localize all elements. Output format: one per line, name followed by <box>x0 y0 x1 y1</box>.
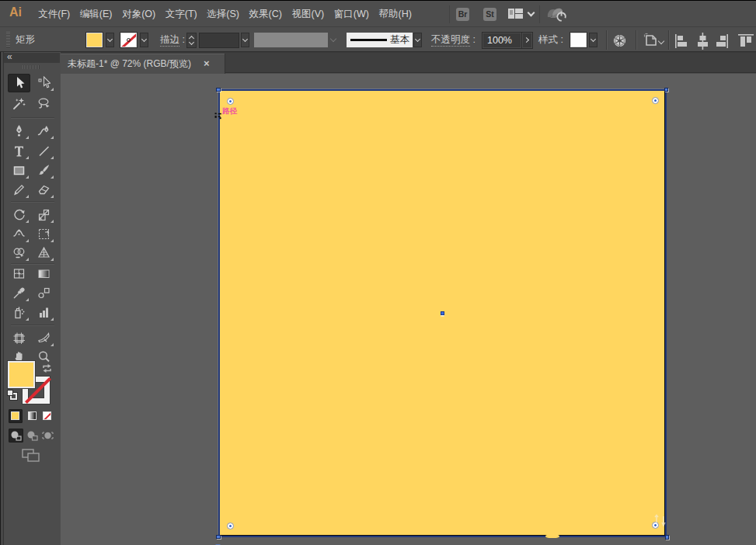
canvas[interactable]: 路径 <box>61 74 756 545</box>
pencil-tool[interactable] <box>8 181 30 200</box>
fill-proxy[interactable] <box>8 361 35 388</box>
document-tab[interactable]: 未标题-1* @ 72% (RGB/预览) × <box>61 54 225 74</box>
context-label: 矩形 <box>16 27 35 52</box>
curvature-tool-icon <box>37 124 51 137</box>
creative-cloud-sync-icon[interactable] <box>546 6 567 23</box>
fill-color-swatch[interactable] <box>86 33 103 47</box>
blend-tool-icon <box>37 286 51 300</box>
eyedropper-tool[interactable] <box>8 284 30 303</box>
align-horizontal-center-icon[interactable] <box>695 33 710 50</box>
graphic-style-swatch[interactable] <box>570 33 587 47</box>
flyout-indicator-icon <box>51 175 54 179</box>
recolor-artwork-icon[interactable] <box>613 34 626 47</box>
graphic-style-chevron-icon[interactable] <box>589 33 597 47</box>
flyout-indicator-icon <box>51 258 54 261</box>
magic-wand-tool[interactable] <box>8 95 30 113</box>
draw-inside-button[interactable] <box>40 429 55 443</box>
live-corner-widget-bl[interactable] <box>227 522 234 529</box>
anchor-handle-br[interactable] <box>665 535 670 540</box>
colon-text: : <box>182 34 184 45</box>
flyout-indicator-icon <box>51 318 54 321</box>
live-corner-widget-tr[interactable] <box>652 97 659 104</box>
stroke-color-chevron-icon[interactable] <box>140 33 148 47</box>
anchor-handle-bl[interactable] <box>216 535 221 540</box>
app-logo: Ai <box>9 5 30 23</box>
default-fill-stroke-icon[interactable] <box>7 390 18 401</box>
direct-selection-tool[interactable] <box>33 74 55 92</box>
align-right-icon[interactable] <box>715 33 729 50</box>
tab-close-icon[interactable]: × <box>204 54 210 74</box>
scale-cursor-ghost-icon <box>653 514 669 528</box>
tools-collapse-button[interactable]: « <box>4 53 60 63</box>
stroke-weight-stepper[interactable] <box>186 33 197 48</box>
chevron-down-icon <box>524 37 529 43</box>
perspective-grid-tool[interactable] <box>33 244 55 262</box>
anchor-handle-tl[interactable] <box>216 88 221 92</box>
menu-item[interactable]: 选择(S) <box>202 2 244 27</box>
draw-normal-button[interactable] <box>9 429 23 443</box>
shape-builder-tool[interactable] <box>8 244 30 262</box>
stroke-weight-chevron-icon[interactable] <box>241 33 249 47</box>
menu-item[interactable]: 文字(T) <box>160 2 202 27</box>
symbol-sprayer-tool[interactable] <box>8 304 30 322</box>
line-segment-tool[interactable] <box>33 142 55 161</box>
gradient-tool[interactable] <box>33 265 55 283</box>
select-similar-icon[interactable] <box>643 33 659 47</box>
mesh-tool[interactable] <box>8 265 30 283</box>
column-graph-tool[interactable] <box>33 304 55 322</box>
opacity-input[interactable]: 100% <box>483 33 521 48</box>
paintbrush-tool[interactable] <box>33 161 55 180</box>
brush-definition-chevron-icon[interactable] <box>413 33 422 47</box>
opacity-panel-arrow-icon[interactable] <box>522 33 532 48</box>
live-corner-widget-tl[interactable] <box>227 98 234 105</box>
menu-item[interactable]: 文件(F) <box>33 2 75 27</box>
menu-item[interactable]: 对象(O) <box>117 2 161 27</box>
blend-tool[interactable] <box>33 284 55 303</box>
color-mode-fill-button[interactable] <box>9 409 23 423</box>
free-transform-tool[interactable] <box>33 225 55 244</box>
perspective-grid-tool-icon <box>37 246 51 259</box>
swap-fill-stroke-icon[interactable] <box>42 363 52 373</box>
anchor-handle-tr[interactable] <box>664 88 669 92</box>
stepper-down-icon[interactable] <box>189 40 194 45</box>
object-center-point[interactable] <box>441 311 444 315</box>
stroke-weight-label[interactable]: 描边 : <box>160 27 185 52</box>
opacity-label[interactable]: 不透明度 : <box>431 27 476 52</box>
color-mode-gradient-button[interactable] <box>26 409 40 423</box>
menu-item[interactable]: 编辑(E) <box>75 2 117 27</box>
rotate-tool[interactable] <box>8 206 30 224</box>
width-tool[interactable] <box>8 225 30 244</box>
eraser-tool[interactable] <box>33 181 55 200</box>
stroke-weight-input[interactable] <box>199 33 239 48</box>
workspace-chevron-icon[interactable] <box>528 9 535 17</box>
lasso-tool[interactable] <box>33 95 55 113</box>
brush-definition-dropdown[interactable]: 基本 <box>347 33 413 47</box>
pen-tool[interactable] <box>8 122 30 141</box>
menu-item[interactable]: 窗口(W) <box>329 2 375 27</box>
control-bar-grip[interactable] <box>6 32 10 47</box>
align-left-icon[interactable] <box>674 33 688 50</box>
change-screen-mode-button[interactable] <box>21 448 41 463</box>
selection-tool[interactable] <box>8 74 30 92</box>
chevron-down-icon <box>591 36 596 42</box>
align-top-icon[interactable] <box>737 33 754 50</box>
color-mode-none-button[interactable] <box>40 409 54 423</box>
menu-item[interactable]: 效果(C) <box>244 2 287 27</box>
type-tool[interactable] <box>8 142 30 161</box>
fill-color-chevron-icon[interactable] <box>106 33 114 47</box>
menu-item[interactable]: 帮助(H) <box>374 2 416 27</box>
draw-behind-button[interactable] <box>25 429 40 443</box>
slice-tool[interactable] <box>33 329 55 348</box>
workspace-switcher-icon[interactable] <box>508 9 523 19</box>
tools-panel-grip[interactable] <box>23 65 40 69</box>
rectangle-tool[interactable] <box>8 161 30 180</box>
stock-button[interactable]: St <box>483 8 496 21</box>
curvature-tool[interactable] <box>33 122 55 141</box>
select-similar-chevron-icon[interactable] <box>658 38 664 44</box>
artboard-tool[interactable] <box>8 329 30 348</box>
menu-item[interactable]: 视图(V) <box>287 2 329 27</box>
bridge-button[interactable]: Br <box>456 8 469 21</box>
stroke-color-swatch[interactable] <box>120 33 137 47</box>
scale-tool[interactable] <box>33 206 55 224</box>
stroke-ring-icon <box>127 38 131 42</box>
